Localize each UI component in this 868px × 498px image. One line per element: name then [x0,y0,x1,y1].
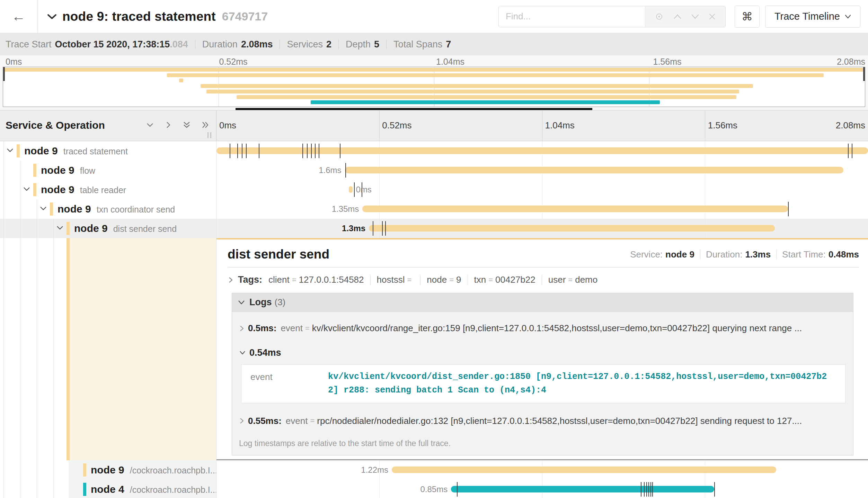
tags-label: Tags: [238,274,262,285]
span-row[interactable]: node 9txn coordinator send1.35ms [0,199,868,219]
back-button[interactable]: ← [0,0,38,33]
span-name-cell[interactable]: node 9dist sender send [0,219,216,238]
next-match-icon[interactable] [691,14,699,19]
tree-chevron-down-icon[interactable] [56,225,64,234]
tree-guide-line [53,480,54,498]
span-bar-cell[interactable]: 1.22ms [216,460,868,480]
tree-chevron-down-icon[interactable] [23,186,30,195]
span-bar[interactable] [216,147,868,154]
span-color-strip [33,183,36,196]
locate-icon[interactable] [655,12,664,21]
tree-guide-line [3,141,4,161]
tag-item: node=9 [427,274,461,285]
span-bar-cell[interactable]: 1.3ms [216,219,868,238]
command-icon: ⌘ [742,10,753,23]
logs-header[interactable]: Logs (3) [232,293,853,312]
tags-row[interactable]: Tags: client=127.0.0.1:54582 hostssl= no… [228,274,859,285]
span-rows-top: node 9traced statementnode 9flow1.6msnod… [0,141,868,238]
span-bar[interactable] [392,467,776,473]
span-bar-cell[interactable]: 1.6ms [216,161,868,180]
minimap-scrollbar[interactable] [236,108,592,110]
span-bar-cell[interactable] [216,141,868,161]
span-bar[interactable] [369,225,775,232]
span-row[interactable]: node 4/cockroach.roachpb.I...0.85ms [0,480,868,498]
span-name-cell[interactable]: node 9traced statement [0,141,216,161]
view-selector-button[interactable]: Trace Timeline [765,6,860,28]
span-name-cell[interactable]: node 9/cockroach.roachpb.I... [0,460,216,480]
log-entry-expanded-header[interactable]: 0.54ms [237,342,848,360]
chevron-down-icon[interactable] [47,13,57,20]
service-name: node 9 [41,184,74,195]
find-input[interactable] [499,6,645,27]
page-title: node 9: traced statement [62,9,216,24]
keyboard-shortcuts-button[interactable]: ⌘ [735,6,760,28]
chevron-right-icon [239,325,245,332]
span-name-cell[interactable]: node 9txn coordinator send [0,199,216,219]
minimap-canvas[interactable] [3,67,865,107]
divider [420,275,420,285]
log-marker-tick [230,144,230,158]
tree-guide-line [20,480,20,498]
log-marker-tick [382,221,383,236]
minimap-range-handle-right[interactable] [863,67,865,81]
expand-one-icon[interactable] [164,121,172,130]
log-entry[interactable]: 0.5ms: event = kv/kvclient/kvcoord/range… [237,315,848,342]
span-name-cell[interactable]: node 9flow [0,161,216,180]
logs-accordion: Logs (3) 0.5ms: event = kv/kvclient/kvco… [232,293,853,455]
log-marker-tick [650,482,651,497]
span-name-cell[interactable]: node 9table reader [0,180,216,199]
tree-chevron-down-icon[interactable] [6,147,14,156]
column-resizer-grip[interactable] [207,132,211,138]
chevron-down-icon [238,300,245,305]
span-row[interactable]: node 9traced statement [0,141,868,161]
span-bar-cell[interactable]: 1.35ms [216,199,868,219]
trace-timeline-page: ← node 9: traced statement 6749717 [0,0,868,498]
span-row[interactable]: node 9flow1.6ms [0,161,868,180]
trace-start-label: Trace Start [6,39,52,50]
timeline-ruler: 0ms0.52ms1.04ms1.56ms2.08ms [216,110,868,141]
prev-match-icon[interactable] [673,14,682,19]
expand-all-icon[interactable] [201,121,211,130]
minimap-axis-label: 1.56ms [653,57,682,67]
clear-search-icon[interactable] [709,13,716,20]
log-marker-tick [315,144,316,158]
service-operation-title: Service & Operation [6,119,105,131]
span-bar[interactable] [349,186,353,193]
minimap-range-handle-left[interactable] [3,67,5,81]
tree-guide-line [3,480,4,498]
span-name-cell[interactable]: node 4/cockroach.roachpb.I... [0,480,216,498]
trace-title-group[interactable]: node 9: traced statement 6749717 [38,9,268,24]
span-row[interactable]: node 9/cockroach.roachpb.I...1.22ms [0,460,868,480]
span-row[interactable]: node 9table reader0ms [0,180,868,199]
trace-start-value: October 15 2020, 17:38:15.084 [55,39,188,50]
span-row[interactable]: node 9dist sender send1.3ms [0,219,868,238]
log-entry[interactable]: 0.55ms: event = rpc/nodedialer/nodediale… [237,407,848,435]
duration-label: Duration [202,39,238,50]
span-bar[interactable] [362,206,788,212]
tree-guide-line [53,238,54,460]
log-marker-tick [242,144,242,158]
span-bar[interactable] [345,167,843,173]
log-field-value: kv/kvclient/kvcoord/dist_sender.go:1850 … [328,370,845,397]
span-bar[interactable] [451,486,714,492]
collapse-one-icon[interactable] [145,121,155,130]
ruler-tick-label: 1.04ms [545,120,575,131]
log-marker-tick [311,144,312,158]
logs-count: (3) [275,297,286,308]
span-duration-label: 1.6ms [319,161,341,180]
span-bar-cell[interactable]: 0ms [216,180,868,199]
timeline-header: Service & Operation 0ms0.52ms1.04ms1.56m… [0,110,868,141]
collapse-all-icon[interactable] [181,121,192,130]
minimap-lane [179,79,183,82]
trace-minimap[interactable]: 0ms0.52ms1.04ms1.56ms2.08ms [0,55,868,110]
service-value: node 9 [665,249,694,260]
log-marker-tick [246,144,247,158]
depth-label: Depth [346,39,371,50]
log-marker-tick [373,221,373,236]
span-bar-cell[interactable]: 0.85ms [216,480,868,498]
tree-chevron-down-icon[interactable] [39,205,47,214]
find-tools [645,6,725,27]
log-marker-tick [652,482,653,497]
depth-value: 5 [374,39,379,50]
span-color-strip [67,238,70,460]
